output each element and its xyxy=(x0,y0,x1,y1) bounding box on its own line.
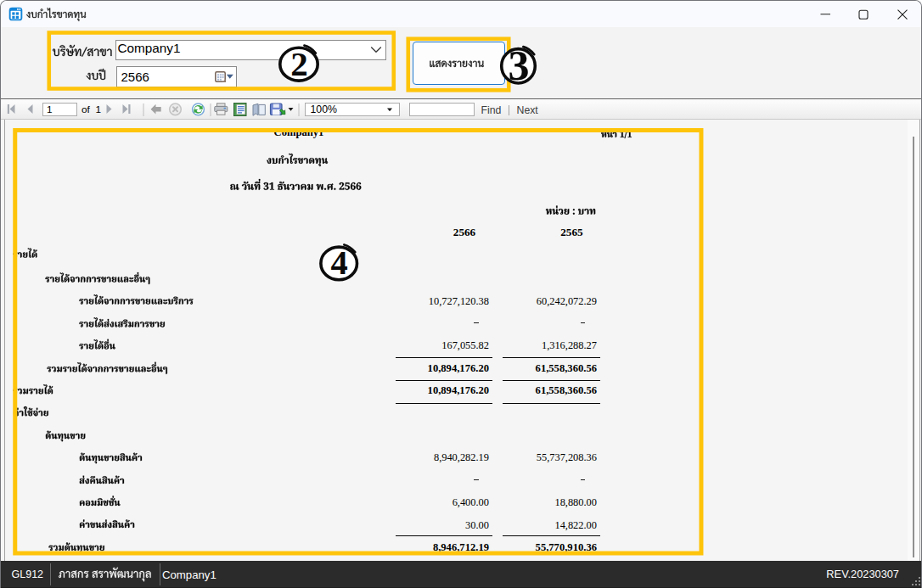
svg-text:4: 4 xyxy=(331,244,348,282)
svg-text:3: 3 xyxy=(509,42,530,89)
svg-text:2: 2 xyxy=(290,44,308,83)
